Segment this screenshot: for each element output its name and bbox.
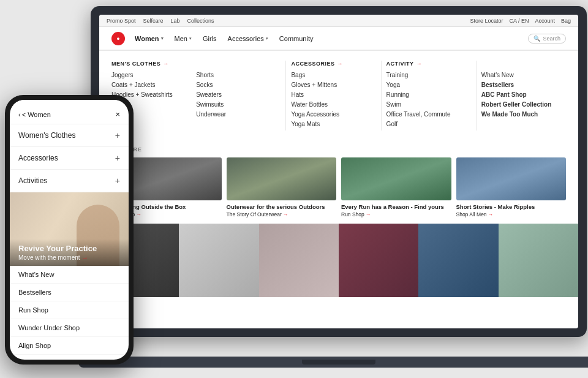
explore-card-4[interactable]: Short Stories - Make Ripples Shop All Me…	[456, 157, 567, 217]
logo[interactable]: ●	[111, 32, 125, 45]
nav-item-men[interactable]: Men ▾	[175, 35, 192, 42]
menu-swimsuits[interactable]: Swimsuits	[196, 101, 271, 108]
explore-grid: Designing Outside the Box LAB Shop → Out…	[111, 157, 566, 217]
col-header-mens: MEN'S CLOTHES →	[111, 61, 186, 67]
explore-section: EXPLORE Designing Outside the Box LAB Sh…	[99, 140, 578, 224]
col-divider-1	[285, 61, 286, 130]
dropdown-col-featured: X What's New Bestsellers ABC Pant Shop R…	[481, 61, 566, 130]
category-label: Activities	[18, 176, 47, 185]
menu-coats-jackets[interactable]: Coats + Jackets	[111, 81, 186, 88]
menu-yoga-mats[interactable]: Yoga Mats	[291, 121, 366, 127]
hero-subtitle-text: Move with the moment	[18, 254, 80, 261]
nav-item-community[interactable]: Community	[279, 35, 314, 42]
arrow-icon: →	[337, 61, 343, 67]
arrow-icon: →	[82, 254, 88, 261]
card-link-3[interactable]: Run Shop →	[341, 211, 451, 217]
arrow-icon: →	[283, 211, 288, 217]
explore-card-3[interactable]: Every Run has a Reason - Find yours Run …	[341, 157, 451, 217]
locale-link[interactable]: CA / EN	[509, 18, 529, 24]
plus-icon: +	[115, 153, 120, 163]
nav-items: Women ▾ Men ▾ Girls Accessories ▾	[135, 35, 313, 42]
collections-link[interactable]: Collections	[187, 18, 214, 24]
menu-bags[interactable]: Bags	[291, 72, 366, 78]
nav-item-girls[interactable]: Girls	[203, 35, 217, 42]
laptop-screen: Promo Spot Selfcare Lab Collections Stor…	[99, 15, 578, 328]
hero-title: Revive Your Practice	[18, 244, 120, 253]
chevron-left-icon: ‹	[18, 111, 21, 118]
menu-training[interactable]: Training	[386, 72, 461, 78]
menu-golf[interactable]: Golf	[386, 121, 461, 127]
arrow-icon: →	[163, 61, 169, 67]
laptop-body: Promo Spot Selfcare Lab Collections Stor…	[91, 6, 587, 337]
hero-subtitle[interactable]: Move with the moment →	[18, 254, 120, 261]
menu-gloves[interactable]: Gloves + Mittens	[291, 81, 366, 88]
phone-menu-wunder-under[interactable]: Wunder Under Shop	[10, 319, 129, 337]
menu-running[interactable]: Running	[386, 91, 461, 98]
chevron-down-icon: ▾	[161, 36, 164, 41]
menu-shorts[interactable]: Shorts	[196, 72, 271, 78]
store-locator-link[interactable]: Store Locator	[470, 18, 503, 24]
arrow-icon: →	[417, 61, 423, 67]
main-nav: ● Women ▾ Men ▾ Girls Accessories	[99, 27, 578, 50]
explore-card-2[interactable]: Outerwear for the serious Outdoors The S…	[227, 157, 337, 217]
nav-accessories-label: Accessories	[228, 35, 264, 42]
menu-sweaters[interactable]: Sweaters	[196, 91, 271, 98]
menu-underwear[interactable]: Underwear	[196, 111, 271, 118]
menu-water-bottles[interactable]: Water Bottles	[291, 101, 366, 108]
phone-hero: Revive Your Practice Move with the momen…	[10, 192, 129, 266]
menu-whats-new[interactable]: What's New	[481, 72, 556, 78]
phone-back-button[interactable]: ‹ < Women	[18, 111, 69, 118]
phone-close-button[interactable]: ×	[69, 110, 120, 119]
dropdown-col-more-clothes: X Shorts Socks Sweaters Swimsuits Underw…	[196, 61, 281, 130]
phone-menu-bestsellers[interactable]: Bestsellers	[10, 284, 129, 301]
menu-joggers[interactable]: Joggers	[111, 72, 186, 78]
explore-label: EXPLORE	[111, 146, 566, 153]
nav-right: 🔍 Search	[528, 34, 566, 43]
strip-image-3	[259, 224, 339, 297]
laptop-base	[78, 357, 588, 368]
nav-women-label: Women	[135, 35, 159, 42]
menu-yoga[interactable]: Yoga	[386, 81, 461, 88]
menu-yoga-accessories[interactable]: Yoga Accessories	[291, 111, 366, 118]
phone-menu-run-shop[interactable]: Run Shop	[10, 301, 129, 319]
strip-image-6	[499, 224, 578, 297]
menu-office-travel[interactable]: Office Travel, Commute	[386, 111, 461, 118]
col-header-activity: ACTIVITY →	[386, 61, 461, 67]
bottom-image-strip	[99, 224, 578, 297]
nav-men-label: Men	[175, 35, 187, 42]
menu-swim[interactable]: Swim	[386, 101, 461, 108]
card-title-3: Every Run has a Reason - Find yours	[341, 203, 451, 210]
menu-socks[interactable]: Socks	[196, 81, 271, 88]
menu-we-made-too-much[interactable]: We Made Too Much	[481, 111, 556, 118]
promo-bar-right: Store Locator CA / EN Account Bag	[470, 18, 571, 24]
nav-item-accessories[interactable]: Accessories ▾	[228, 35, 268, 42]
menu-robert-geller[interactable]: Robert Geller Collection	[481, 101, 556, 108]
bag-link[interactable]: Bag	[561, 18, 571, 24]
phone-menu-whats-new[interactable]: What's New	[10, 266, 129, 284]
card-link-2[interactable]: The Story Of Outerwear →	[227, 211, 337, 217]
menu-bestsellers[interactable]: Bestsellers	[481, 81, 556, 88]
nav-girls-label: Girls	[203, 35, 217, 42]
menu-abc-pant-shop[interactable]: ABC Pant Shop	[481, 91, 556, 98]
selfcare-link[interactable]: Selfcare	[143, 18, 164, 24]
search-box[interactable]: 🔍 Search	[528, 34, 566, 43]
category-label: Women's Clothes	[18, 131, 75, 140]
dropdown-menu: MEN'S CLOTHES → Joggers Coats + Jackets …	[99, 50, 578, 140]
phone-category-activities[interactable]: Activities +	[10, 170, 129, 192]
plus-icon: +	[115, 130, 120, 140]
card-image-beach	[456, 157, 567, 200]
menu-hats[interactable]: Hats	[291, 91, 366, 98]
promo-bar: Promo Spot Selfcare Lab Collections Stor…	[99, 15, 578, 27]
phone-category-accessories[interactable]: Accessories +	[10, 147, 129, 170]
category-label: Accessories	[18, 154, 58, 162]
promo-spot-link[interactable]: Promo Spot	[107, 18, 136, 24]
card-link-4[interactable]: Shop All Men →	[456, 211, 567, 217]
phone-category-womens-clothes[interactable]: Women's Clothes +	[10, 124, 129, 147]
phone-back-label: < Women	[22, 111, 51, 118]
nav-item-women[interactable]: Women ▾	[135, 35, 164, 42]
account-link[interactable]: Account	[535, 18, 555, 24]
phone-menu-align-shop[interactable]: Align Shop	[10, 337, 129, 355]
lab-link[interactable]: Lab	[171, 18, 180, 24]
col-divider-3	[476, 61, 477, 130]
dropdown-col-activity: ACTIVITY → Training Yoga Running Swim Of…	[386, 61, 471, 130]
